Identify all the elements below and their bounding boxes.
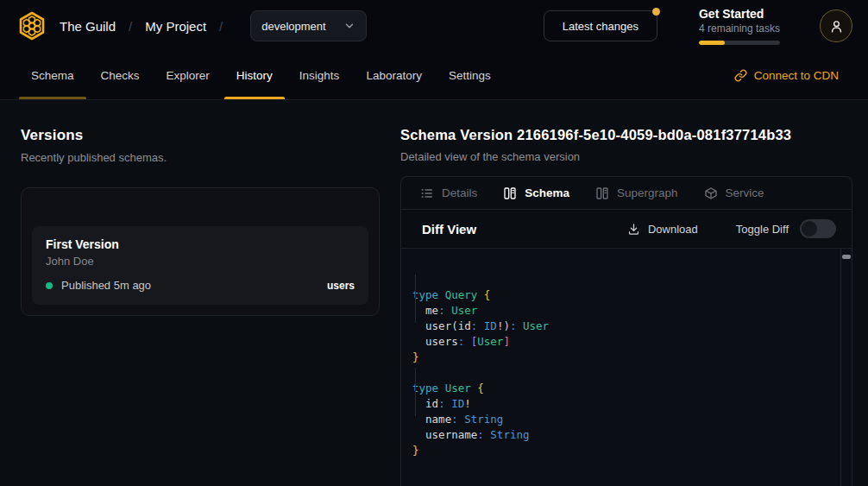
download-icon xyxy=(627,223,640,236)
get-started-title: Get Started xyxy=(699,7,780,21)
tab-settings-label: Settings xyxy=(449,69,491,82)
chevron-down-icon xyxy=(343,20,355,32)
tab-schema-view[interactable]: Schema xyxy=(503,186,569,200)
schema-version-panel: Details Schema xyxy=(400,176,852,486)
schema-version-subtitle: Detailed view of the schema version xyxy=(400,150,852,163)
link-icon xyxy=(734,69,747,82)
indent-guide xyxy=(415,275,416,323)
toggle-diff-switch[interactable] xyxy=(800,219,836,238)
versions-card: First Version John Doe Published 5m ago … xyxy=(21,187,380,316)
download-button[interactable]: Download xyxy=(627,223,698,236)
get-started-widget[interactable]: Get Started 4 remaining tasks xyxy=(699,7,780,45)
notification-dot xyxy=(652,8,660,16)
project-navbar: Schema Checks Explorer History Insights … xyxy=(0,52,868,100)
tab-laboratory[interactable]: Laboratory xyxy=(354,52,434,99)
code-scrollbar-thumb[interactable] xyxy=(842,255,851,259)
tab-explorer-label: Explorer xyxy=(167,69,210,82)
environment-selector-value: development xyxy=(261,20,325,33)
diff-view-title: Diff View xyxy=(422,222,476,237)
tab-explorer[interactable]: Explorer xyxy=(154,52,222,99)
breadcrumb-project[interactable]: My Project xyxy=(145,19,206,34)
person-icon xyxy=(829,19,844,34)
tab-insights[interactable]: Insights xyxy=(287,52,352,99)
version-list-item[interactable]: First Version John Doe Published 5m ago … xyxy=(32,226,368,305)
versions-subtitle: Recently published schemas. xyxy=(21,151,380,164)
tab-schema-view-label: Schema xyxy=(525,186,569,199)
toggle-diff-knob xyxy=(802,221,817,237)
tab-schema[interactable]: Schema xyxy=(19,52,86,99)
versions-title: Versions xyxy=(21,127,380,144)
list-icon xyxy=(420,186,434,200)
user-avatar[interactable] xyxy=(820,9,852,42)
diff-toolbar: Diff View Download Toggle Diff xyxy=(401,210,852,249)
versions-panel: Versions Recently published schemas. Fir… xyxy=(21,127,380,486)
tab-laboratory-label: Laboratory xyxy=(366,69,422,82)
latest-changes-button[interactable]: Latest changes xyxy=(544,10,657,41)
toggle-diff-label: Toggle Diff xyxy=(736,223,789,236)
main-content: Versions Recently published schemas. Fir… xyxy=(0,100,868,486)
schema-sdl-code: type Query { me: User user(id: ID!): Use… xyxy=(401,249,852,486)
tab-settings[interactable]: Settings xyxy=(437,52,503,99)
get-started-subtitle: 4 remaining tasks xyxy=(699,22,780,35)
breadcrumb-separator: / xyxy=(129,19,132,34)
tab-service[interactable]: Service xyxy=(704,186,764,200)
tab-checks-label: Checks xyxy=(101,69,140,82)
schema-version-title: Schema Version 2166196f-5e10-4059-bd0a-0… xyxy=(400,127,852,143)
tab-details[interactable]: Details xyxy=(420,186,477,200)
version-author: John Doe xyxy=(46,255,355,268)
version-status: Published 5m ago xyxy=(61,279,151,292)
guild-logo-icon[interactable] xyxy=(16,9,48,42)
breadcrumb-org[interactable]: The Guild xyxy=(60,19,116,34)
version-name: First Version xyxy=(46,237,355,251)
environment-selector[interactable]: development xyxy=(250,10,367,41)
app-header: The Guild / My Project / development Lat… xyxy=(0,0,868,52)
connect-to-cdn-label: Connect to CDN xyxy=(754,69,839,82)
tab-service-label: Service xyxy=(726,186,764,199)
tab-supergraph[interactable]: Supergraph xyxy=(595,186,678,200)
columns-icon xyxy=(595,186,609,200)
progress-fill xyxy=(699,41,725,45)
download-label: Download xyxy=(648,223,698,236)
schema-version-detail: Schema Version 2166196f-5e10-4059-bd0a-0… xyxy=(400,127,852,486)
tab-history[interactable]: History xyxy=(224,52,285,99)
cube-icon xyxy=(704,186,718,200)
tab-schema-label: Schema xyxy=(31,69,74,82)
detail-tabs: Details Schema xyxy=(401,177,852,210)
version-service-badge: users xyxy=(327,280,355,292)
tab-history-label: History xyxy=(236,69,273,82)
tab-insights-label: Insights xyxy=(299,69,340,82)
tab-checks[interactable]: Checks xyxy=(89,52,152,99)
published-status-dot xyxy=(46,282,53,289)
columns-icon xyxy=(503,186,517,200)
get-started-progressbar xyxy=(699,41,780,45)
latest-changes-label: Latest changes xyxy=(563,20,638,33)
tab-details-label: Details xyxy=(442,186,477,199)
connect-to-cdn-button[interactable]: Connect to CDN xyxy=(734,52,839,99)
indent-guide xyxy=(415,368,416,416)
breadcrumb-separator: / xyxy=(219,19,223,34)
tab-supergraph-label: Supergraph xyxy=(617,186,678,199)
code-scrollbar xyxy=(840,249,852,486)
